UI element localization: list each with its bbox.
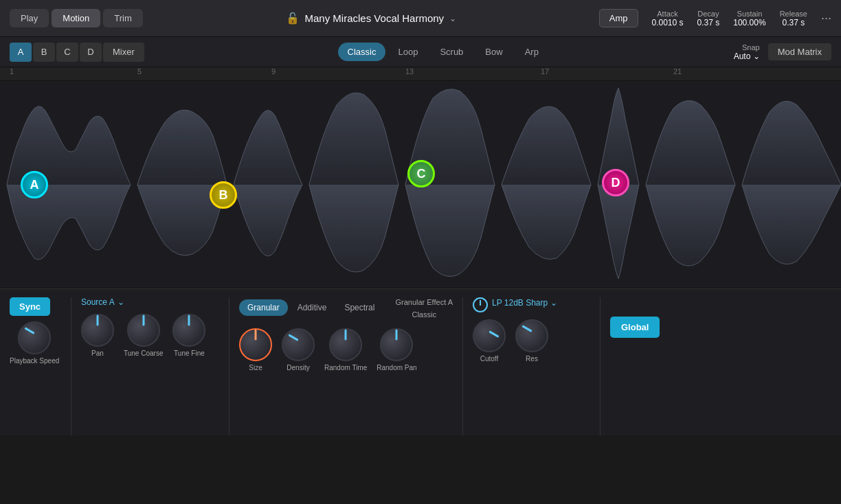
random-time-knob-wrap: Random Time [324,328,367,371]
density-knob-wrap: Density [282,328,315,371]
envelope-controls: Amp Attack 0.0010 s Decay 0.37 s Sustain… [599,9,831,27]
mixer-button[interactable]: Mixer [103,43,144,62]
tune-coarse-knob-wrap: Tune Coarse [124,314,163,357]
lock-icon[interactable]: 🔓 [286,12,300,25]
mode-tab-bow[interactable]: Bow [475,43,512,61]
effect-label-2: Classic [395,310,453,319]
playback-speed-knob[interactable] [18,321,51,354]
sync-button[interactable]: Sync [10,297,50,316]
tune-coarse-knob[interactable] [127,314,160,347]
cutoff-knob-wrap: Cutoff [473,319,506,363]
filter-label: LP 12dB Sharp ⌄ [492,298,557,308]
amp-button[interactable]: Amp [599,9,638,27]
marker-a[interactable]: A [21,171,48,198]
second-bar: A B C D Mixer Classic Loop Scrub Bow Arp… [0,37,841,67]
res-label: Res [526,355,538,363]
ruler-tick-21: 21 [673,67,682,76]
top-bar: Play Motion Trim 🔓 Many Miracles Vocal H… [0,0,841,37]
effect-label-1: Granular Effect A [395,297,453,307]
ruler-tick-5: 5 [137,67,142,76]
random-time-knob[interactable] [329,328,362,361]
random-pan-label: Random Pan [377,364,416,371]
pan-knob-wrap: Pan [81,314,114,357]
decay-group: Decay 0.37 s [697,10,720,27]
density-knob[interactable] [282,328,315,361]
snap-value[interactable]: Auto ⌄ [734,51,760,61]
snap-group: Snap Auto ⌄ [734,43,760,61]
size-knob-wrap: Size [239,328,272,371]
snap-area: Snap Auto ⌄ Mod Matrix [734,43,831,61]
res-knob[interactable] [515,319,548,352]
source-section: Source A ⌄ Pan Tune Coarse Tune Fine [71,297,229,435]
playback-mode-tabs: Classic Loop Scrub Bow Arp [153,43,734,61]
spectral-tab[interactable]: Spectral [336,299,383,316]
ruler-tick-13: 13 [405,67,414,76]
source-chevron[interactable]: ⌄ [117,297,124,307]
cutoff-knob[interactable] [473,319,506,352]
motion-button[interactable]: Motion [52,9,100,27]
play-button[interactable]: Play [10,9,49,27]
zone-tab-a[interactable]: A [10,43,32,62]
tune-fine-knob[interactable] [172,314,205,347]
zone-tabs: A B C D Mixer [10,43,144,62]
density-label: Density [287,364,309,371]
mode-tab-arp[interactable]: Arp [515,43,548,61]
mode-tab-classic[interactable]: Classic [338,43,386,61]
additive-tab[interactable]: Additive [289,299,335,316]
zone-tab-d[interactable]: D [80,43,102,62]
tune-coarse-label: Tune Coarse [124,350,163,357]
random-pan-knob[interactable] [380,328,413,361]
decay-value[interactable]: 0.37 s [697,18,720,27]
decay-label: Decay [697,10,719,18]
release-group: Release 0.37 s [780,10,807,27]
marker-d[interactable]: D [602,169,629,196]
marker-b[interactable]: B [210,181,237,209]
mode-tab-scrub[interactable]: Scrub [430,43,473,61]
source-label: Source A ⌄ [81,297,124,307]
power-icon[interactable] [473,297,488,312]
ruler-tick-9: 9 [271,67,276,76]
waveform-canvas[interactable]: A B C D [0,81,841,288]
mod-matrix-button[interactable]: Mod Matrix [768,43,831,60]
sustain-group: Sustain 100.00% [733,10,765,27]
playback-speed-knob-wrap: Playback Speed [10,321,59,365]
more-button[interactable]: ··· [821,11,831,25]
random-pan-knob-wrap: Random Pan [377,328,416,371]
random-time-label: Random Time [324,364,367,371]
release-label: Release [780,10,807,18]
preset-area: 🔓 Many Miracles Vocal Harmony ⌄ [148,12,594,25]
waveform-area[interactable]: 1 5 9 13 17 21 [0,67,841,288]
bottom-panel: Sync Playback Speed Source A ⌄ Pan Tune … [0,288,841,435]
preset-chevron[interactable]: ⌄ [449,14,456,23]
size-label: Size [249,364,262,371]
playback-speed-label: Playback Speed [10,357,59,365]
sustain-value[interactable]: 100.00% [733,18,765,27]
sync-section: Sync Playback Speed [10,297,71,435]
transport-controls: Play Motion Trim [10,9,143,27]
zone-tab-b[interactable]: B [33,43,55,62]
filter-label-text: LP 12dB Sharp [492,298,548,308]
granular-tab[interactable]: Granular [239,299,288,316]
size-knob[interactable] [239,328,272,361]
mode-tab-loop[interactable]: Loop [388,43,427,61]
attack-value[interactable]: 0.0010 s [652,18,684,27]
global-button[interactable]: Global [610,317,660,338]
granular-section: Granular Additive Spectral Granular Effe… [229,297,463,435]
filter-chevron[interactable]: ⌄ [550,298,557,308]
global-section: Global [601,297,669,435]
pan-knob[interactable] [81,314,114,347]
res-knob-wrap: Res [515,319,548,363]
preset-name: Many Miracles Vocal Harmony [305,12,445,24]
tune-fine-knob-wrap: Tune Fine [172,314,205,357]
source-label-text: Source A [81,297,115,307]
filter-section: LP 12dB Sharp ⌄ Cutoff Res [463,297,601,435]
marker-c[interactable]: C [407,160,435,187]
ruler-tick-1: 1 [10,67,14,76]
attack-label: Attack [657,10,678,18]
source-knobs: Pan Tune Coarse Tune Fine [81,314,205,357]
sustain-label: Sustain [737,10,763,18]
release-value[interactable]: 0.37 s [782,18,805,27]
zone-tab-c[interactable]: C [56,43,78,62]
ruler-tick-17: 17 [541,67,549,76]
trim-button[interactable]: Trim [103,9,143,27]
